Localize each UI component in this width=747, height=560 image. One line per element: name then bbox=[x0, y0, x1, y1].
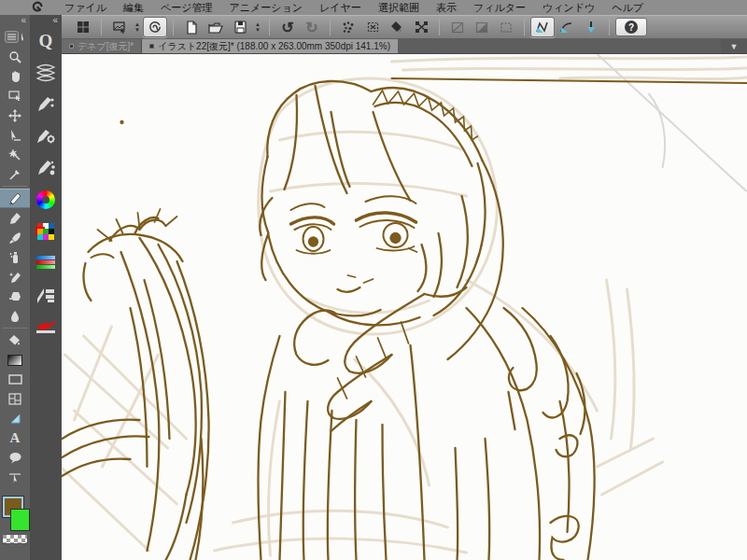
snap-grid-toggle[interactable] bbox=[579, 17, 603, 37]
clip-studio-open-button[interactable] bbox=[143, 17, 167, 37]
color-wheel-icon bbox=[36, 190, 55, 209]
menu-help[interactable]: ヘルプ bbox=[603, 0, 652, 15]
save-spinner[interactable]: ▲▼ bbox=[252, 21, 263, 33]
brush-size-palette-button[interactable] bbox=[30, 154, 62, 182]
material-palette-button[interactable] bbox=[30, 59, 62, 87]
clear-button[interactable] bbox=[336, 17, 360, 37]
tool-auto-select[interactable] bbox=[0, 145, 30, 164]
tool-frame-border[interactable] bbox=[0, 389, 30, 409]
doc-tab-illust22[interactable]: イラスト22[復元]* (188.00 x 263.00mm 350dpi 14… bbox=[142, 39, 398, 53]
menu-window[interactable]: ウィンドウ bbox=[534, 0, 603, 15]
tool-fill[interactable] bbox=[0, 330, 30, 350]
auto-action-palette-button[interactable] bbox=[30, 313, 62, 341]
color-slider-palette-button[interactable] bbox=[30, 249, 62, 277]
color-slider-icon bbox=[36, 256, 55, 271]
canvas-sketch bbox=[62, 54, 747, 560]
app-logo-icon bbox=[28, 1, 47, 14]
tool-object[interactable] bbox=[0, 125, 30, 145]
tool-marker[interactable] bbox=[0, 208, 30, 228]
color-set-palette-button[interactable] bbox=[30, 217, 62, 245]
tool-airbrush[interactable] bbox=[0, 247, 30, 267]
tool-hand[interactable] bbox=[0, 66, 30, 86]
menu-selection[interactable]: 選択範囲 bbox=[370, 0, 428, 15]
tool-rotate-canvas[interactable] bbox=[0, 86, 30, 105]
color-swatch-area bbox=[0, 497, 30, 545]
menu-filter[interactable]: フィルター bbox=[465, 0, 534, 15]
background-color-swatch[interactable] bbox=[10, 509, 30, 531]
menu-file[interactable]: ファイル bbox=[56, 0, 115, 15]
tab-list-dropdown[interactable]: ▼ bbox=[721, 39, 747, 53]
color-set-icon bbox=[37, 223, 54, 240]
document-tab-bar: デネブ[復元]* イラスト22[復元]* (188.00 x 263.00mm … bbox=[62, 39, 747, 54]
collapse-palettes-icon[interactable]: « bbox=[30, 15, 62, 27]
doc-tab-deneb[interactable]: デネブ[復元]* bbox=[62, 39, 142, 53]
tool-brush[interactable] bbox=[0, 228, 30, 247]
doc-tab-label: デネブ[復元]* bbox=[78, 40, 134, 53]
tool-palette: « bbox=[0, 15, 30, 560]
quick-access-palette-button[interactable]: Q bbox=[30, 27, 62, 55]
doc-tab-label: イラスト22[復元]* (188.00 x 263.00mm 350dpi 14… bbox=[158, 40, 390, 53]
tool-figure[interactable] bbox=[0, 370, 30, 389]
help-button[interactable]: ? bbox=[615, 18, 647, 36]
command-bar: ▲▼ ▲▼ ↺ ↻ bbox=[0, 15, 747, 39]
flip-disabled-button bbox=[445, 17, 470, 37]
tool-menu-button[interactable] bbox=[0, 27, 30, 47]
tool-zoom[interactable] bbox=[0, 47, 30, 66]
tool-eraser[interactable] bbox=[0, 287, 30, 306]
wallpaper-settings-button[interactable] bbox=[107, 17, 132, 37]
save-button[interactable] bbox=[228, 17, 252, 37]
palette-dock: « Q bbox=[30, 15, 62, 560]
menu-animation[interactable]: アニメーション bbox=[221, 0, 312, 15]
sub-tool-palette-button[interactable] bbox=[30, 91, 62, 119]
tone-disabled-button bbox=[470, 17, 494, 37]
tool-correct-line[interactable] bbox=[0, 468, 30, 487]
tab-modified-dot-icon bbox=[149, 44, 154, 49]
snap-special-ruler-toggle[interactable] bbox=[555, 17, 579, 37]
menu-page-manage[interactable]: ページ管理 bbox=[152, 0, 221, 15]
fill-button[interactable] bbox=[385, 17, 409, 37]
tool-move-layer[interactable] bbox=[0, 105, 30, 125]
clear-outside-selection-button[interactable] bbox=[360, 17, 385, 37]
transform-button[interactable] bbox=[409, 17, 433, 37]
canvas[interactable] bbox=[62, 54, 747, 560]
tab-modified-dot-icon bbox=[69, 44, 74, 49]
redo-button[interactable]: ↻ bbox=[300, 17, 324, 37]
transparent-color-swatch[interactable] bbox=[2, 534, 28, 544]
menu-view[interactable]: 表示 bbox=[428, 0, 465, 15]
tool-property-palette-button[interactable] bbox=[30, 122, 62, 150]
layer-palette-button[interactable] bbox=[30, 281, 62, 309]
tool-eyedropper[interactable] bbox=[0, 164, 30, 184]
tool-text[interactable]: A bbox=[0, 428, 30, 448]
tool-balloon[interactable] bbox=[0, 448, 30, 468]
menu-layer[interactable]: レイヤー bbox=[311, 0, 370, 15]
menu-edit[interactable]: 編集 bbox=[115, 0, 152, 15]
tool-blend[interactable] bbox=[0, 306, 30, 326]
undo-button[interactable]: ↺ bbox=[275, 17, 300, 37]
color-wheel-palette-button[interactable] bbox=[30, 186, 62, 214]
new-document-button[interactable] bbox=[179, 17, 204, 37]
menu-bar: ファイル 編集 ページ管理 アニメーション レイヤー 選択範囲 表示 フィルター… bbox=[0, 0, 747, 15]
wallpaper-spinner[interactable]: ▲▼ bbox=[132, 21, 143, 33]
marquee-disabled-button bbox=[494, 17, 518, 37]
workspace-grid-button[interactable] bbox=[71, 17, 95, 37]
tool-pen[interactable] bbox=[0, 189, 30, 208]
collapse-tools-icon[interactable]: « bbox=[0, 15, 30, 27]
snap-ruler-toggle[interactable] bbox=[530, 17, 555, 37]
open-file-button[interactable] bbox=[204, 17, 228, 37]
clip-studio-paint-window: ファイル 編集 ページ管理 アニメーション レイヤー 選択範囲 表示 フィルター… bbox=[0, 0, 747, 560]
tool-decoration[interactable] bbox=[0, 267, 30, 287]
tool-gradient[interactable] bbox=[0, 350, 30, 370]
tool-selection[interactable] bbox=[0, 409, 30, 428]
